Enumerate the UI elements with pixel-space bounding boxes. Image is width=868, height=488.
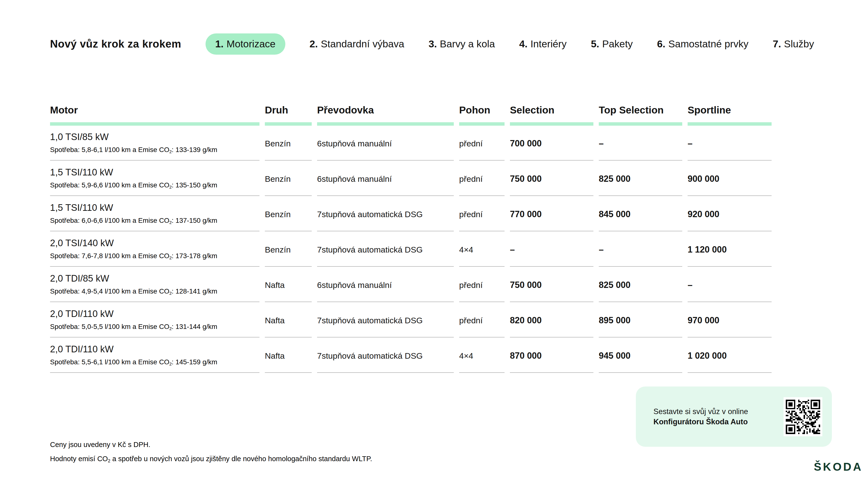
- fuel-cell: Benzín: [265, 196, 312, 231]
- step-tab-barvy-a-kola[interactable]: 3. Barvy a kola: [429, 38, 495, 50]
- step-tab-interiery[interactable]: 4. Interiéry: [519, 38, 566, 50]
- header-underline: [459, 122, 504, 126]
- step-tab-motorizace[interactable]: 1. Motorizace: [206, 33, 285, 55]
- gearbox-cell: 7stupňová automatická DSG: [317, 338, 454, 373]
- step-number: 7.: [773, 38, 781, 50]
- qr-code: [783, 397, 823, 436]
- table-row: 2,0 TSI/140 kW Spotřeba: 7,6-7,8 l/100 k…: [50, 232, 772, 267]
- fuel-cell: Benzín: [265, 126, 312, 161]
- fuel-cell: Benzín: [265, 232, 312, 267]
- drive-cell: přední: [459, 302, 504, 337]
- gearbox-cell: 7stupňová automatická DSG: [317, 302, 454, 337]
- engine-pricing-table: Motor Druh Převodovka Pohon Selection To…: [50, 104, 772, 373]
- gearbox-cell: 6stupňová manuální: [317, 126, 454, 161]
- consumption-text: Spotřeba: 6,0-6,6 l/100 km a Emise CO2: …: [50, 217, 259, 226]
- step-number: 3.: [429, 38, 437, 50]
- col-header-pohon: Pohon: [459, 104, 504, 126]
- motor-cell: 1,0 TSI/85 kW Spotřeba: 5,8-6,1 l/100 km…: [50, 126, 259, 161]
- table-row: 2,0 TDI/110 kW Spotřeba: 5,0-5,5 l/100 k…: [50, 302, 772, 338]
- header-underline: [688, 122, 772, 126]
- col-header-sportline: Sportline: [688, 104, 772, 126]
- step-navigation: Nový vůz krok za krokem 1. Motorizace 2.…: [50, 32, 814, 56]
- consumption-text: Spotřeba: 5,9-6,6 l/100 km a Emise CO2: …: [50, 182, 259, 191]
- step-number: 1.: [215, 38, 224, 50]
- price-selection-cell: 820 000: [510, 302, 593, 337]
- fuel-cell: Benzín: [265, 161, 312, 196]
- consumption-text: Spotřeba: 5,8-6,1 l/100 km a Emise CO2: …: [50, 146, 259, 156]
- price-top-selection-cell: 845 000: [599, 196, 682, 231]
- configurator-cta-text: Sestavte si svůj vůz v online Konfigurát…: [653, 406, 748, 427]
- motor-cell: 1,5 TSI/110 kW Spotřeba: 5,9-6,6 l/100 k…: [50, 161, 259, 196]
- price-sportline-cell: 1 020 000: [688, 338, 772, 373]
- consumption-text: Spotřeba: 5,0-5,5 l/100 km a Emise CO2: …: [50, 323, 259, 332]
- step-label: Standardní výbava: [321, 38, 404, 50]
- col-header-motor: Motor: [50, 104, 259, 126]
- price-selection-cell: 700 000: [510, 126, 593, 161]
- table-row: 2,0 TDI/85 kW Spotřeba: 4,9-5,4 l/100 km…: [50, 267, 772, 302]
- motor-cell: 2,0 TSI/140 kW Spotřeba: 7,6-7,8 l/100 k…: [50, 232, 259, 267]
- step-number: 2.: [310, 38, 318, 50]
- drive-cell: 4×4: [459, 338, 504, 373]
- price-sportline-cell: 920 000: [688, 196, 772, 231]
- price-sportline-cell: 900 000: [688, 161, 772, 196]
- price-top-selection-cell: –: [599, 232, 682, 267]
- step-tab-samostatne-prvky[interactable]: 6. Samostatné prvky: [657, 38, 748, 50]
- page-title: Nový vůz krok za krokem: [50, 38, 181, 50]
- table-row: 1,0 TSI/85 kW Spotřeba: 5,8-6,1 l/100 km…: [50, 126, 772, 161]
- gearbox-cell: 7stupňová automatická DSG: [317, 232, 454, 267]
- step-tab-sluzby[interactable]: 7. Služby: [773, 38, 814, 50]
- price-sportline-cell: –: [688, 126, 772, 161]
- price-top-selection-cell: 825 000: [599, 161, 682, 196]
- gearbox-cell: 6stupňová manuální: [317, 267, 454, 302]
- fuel-cell: Nafta: [265, 302, 312, 337]
- col-header-selection: Selection: [510, 104, 593, 126]
- skoda-logo: ŠKODA: [814, 460, 863, 474]
- price-top-selection-cell: 945 000: [599, 338, 682, 373]
- gearbox-cell: 6stupňová manuální: [317, 161, 454, 196]
- consumption-text: Spotřeba: 4,9-5,4 l/100 km a Emise CO2: …: [50, 288, 259, 297]
- price-selection-cell: 870 000: [510, 338, 593, 373]
- footnote-prices-vat: Ceny jsou uvedeny v Kč s DPH.: [50, 441, 150, 449]
- price-sportline-cell: 1 120 000: [688, 232, 772, 267]
- col-header-druh: Druh: [265, 104, 312, 126]
- header-underline: [265, 122, 312, 126]
- table-row: 1,5 TSI/110 kW Spotřeba: 6,0-6,6 l/100 k…: [50, 196, 772, 232]
- consumption-text: Spotřeba: 7,6-7,8 l/100 km a Emise CO2: …: [50, 252, 259, 262]
- gearbox-cell: 7stupňová automatická DSG: [317, 196, 454, 231]
- header-underline: [50, 122, 259, 126]
- price-top-selection-cell: –: [599, 126, 682, 161]
- motor-cell: 2,0 TDI/110 kW Spotřeba: 5,5-6,1 l/100 k…: [50, 338, 259, 373]
- step-tab-pakety[interactable]: 5. Pakety: [591, 38, 633, 50]
- drive-cell: přední: [459, 267, 504, 302]
- price-selection-cell: 750 000: [510, 161, 593, 196]
- step-label: Interiéry: [530, 38, 566, 50]
- footnote-wltp: Hodnoty emisí CO2 a spotřeb u nových voz…: [50, 455, 372, 464]
- price-selection-cell: –: [510, 232, 593, 267]
- header-underline: [599, 122, 682, 126]
- price-sportline-cell: 970 000: [688, 302, 772, 337]
- drive-cell: přední: [459, 126, 504, 161]
- table-header-row: Motor Druh Převodovka Pohon Selection To…: [50, 104, 772, 126]
- fuel-cell: Nafta: [265, 267, 312, 302]
- header-underline: [317, 122, 454, 126]
- table-row: 2,0 TDI/110 kW Spotřeba: 5,5-6,1 l/100 k…: [50, 338, 772, 373]
- motor-cell: 2,0 TDI/85 kW Spotřeba: 4,9-5,4 l/100 km…: [50, 267, 259, 302]
- step-label: Samostatné prvky: [668, 38, 748, 50]
- price-selection-cell: 750 000: [510, 267, 593, 302]
- step-label: Barvy a kola: [440, 38, 495, 50]
- step-tab-standardni-vybava[interactable]: 2. Standardní výbava: [310, 38, 404, 50]
- consumption-text: Spotřeba: 5,5-6,1 l/100 km a Emise CO2: …: [50, 358, 259, 368]
- price-top-selection-cell: 895 000: [599, 302, 682, 337]
- table-row: 1,5 TSI/110 kW Spotřeba: 5,9-6,6 l/100 k…: [50, 161, 772, 196]
- price-selection-cell: 770 000: [510, 196, 593, 231]
- col-header-prevodovka: Převodovka: [317, 104, 454, 126]
- price-top-selection-cell: 825 000: [599, 267, 682, 302]
- step-number: 4.: [519, 38, 527, 50]
- header-underline: [510, 122, 593, 126]
- col-header-top-selection: Top Selection: [599, 104, 682, 126]
- price-sportline-cell: –: [688, 267, 772, 302]
- drive-cell: přední: [459, 161, 504, 196]
- step-number: 6.: [657, 38, 665, 50]
- motor-cell: 2,0 TDI/110 kW Spotřeba: 5,0-5,5 l/100 k…: [50, 302, 259, 337]
- configurator-cta-card: Sestavte si svůj vůz v online Konfigurát…: [636, 387, 832, 447]
